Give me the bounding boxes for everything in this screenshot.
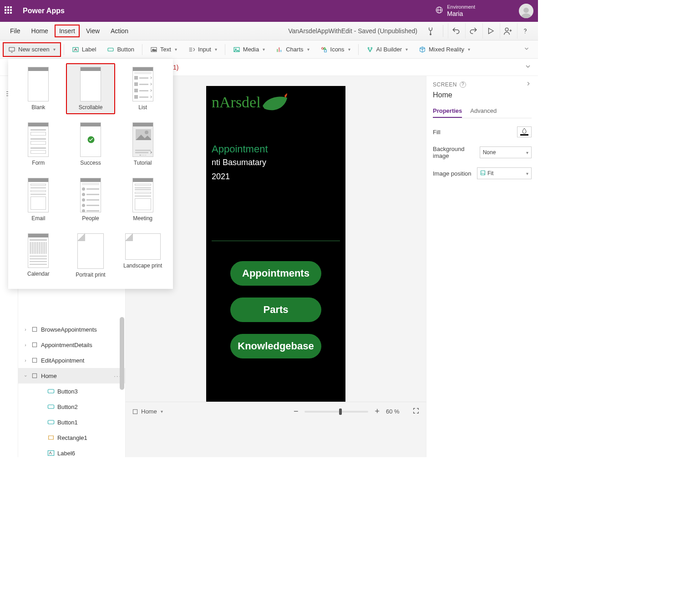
undo-icon[interactable] [448,23,463,39]
tree-item-browseappointments[interactable]: › BrowseAppointments [18,322,125,337]
redo-icon[interactable] [465,23,481,39]
chevron-down-icon: ▾ [348,47,350,52]
logo-text: nArsdel [212,94,261,111]
gallery-item-blank[interactable]: Blank [14,63,63,114]
charts-button[interactable]: Charts ▾ [271,43,314,56]
formula-expand-icon[interactable] [518,63,538,71]
app-checker-icon[interactable] [423,23,438,39]
tree-item-button1[interactable]: Button1 [18,414,125,430]
menu-insert[interactable]: Insert [55,25,80,37]
gallery-item-scrollable[interactable]: Scrollable [66,63,116,114]
gallery-item-people[interactable]: People [66,174,116,225]
environment-picker[interactable]: Environment Maria [435,4,475,18]
button-label: Button [117,46,134,53]
zoom-unit: % [394,408,400,415]
gallery-item-email[interactable]: Email [14,174,63,225]
menu-view[interactable]: View [81,25,104,37]
menu-action[interactable]: Action [106,25,133,37]
gallery-item-label: Tutorial [134,160,152,166]
screen-selector[interactable]: Home ▾ [132,408,163,415]
tree-item-button3[interactable]: Button3 [18,383,125,399]
waffle-icon[interactable] [5,6,14,15]
gallery-item-label: Form [32,160,45,166]
chevron-right-icon: › [23,343,28,348]
svg-rect-20 [32,358,36,362]
tree-item-rectangle1[interactable]: Rectangle1 [18,430,125,445]
ribbon-overflow[interactable] [518,43,535,56]
gallery-item-tutorial[interactable]: Tutorial [118,119,167,170]
chevron-right-icon[interactable] [525,81,532,88]
tree-item-editappointment[interactable]: › EditAppointment [18,353,125,368]
input-button[interactable]: Input ▾ [183,43,222,56]
next-appointment-title: Appointment [212,143,340,155]
chevron-down-icon: ▾ [307,47,309,52]
chevron-down-icon: ▾ [526,171,528,176]
zoom-in-icon[interactable]: + [375,407,380,416]
env-label: Environment [447,4,475,10]
tree-item-label: Home [41,373,57,379]
gallery-item-calendar[interactable]: Calendar [14,230,63,282]
phone-preview[interactable]: nArsdel Appointment nti Basumatary 2021 … [206,86,345,402]
fill-color-picker[interactable] [517,126,532,137]
zoom-out-icon[interactable]: − [294,407,299,416]
zoom-value: 60 [386,408,392,415]
mixed-reality-label: Mixed Reality [429,46,464,53]
icons-button[interactable]: Icons ▾ [315,43,355,56]
new-screen-button[interactable]: New screen ▾ [3,42,61,57]
gallery-item-list[interactable]: List [118,63,167,114]
media-button[interactable]: Media ▾ [228,43,270,56]
button-button[interactable]: Button [102,43,139,56]
gallery-item-meeting[interactable]: Meeting [118,174,167,225]
input-label: Input [198,46,211,53]
tree-item-label: Button3 [57,388,78,395]
info-icon[interactable]: ? [460,81,466,88]
mixed-reality-button[interactable]: Mixed Reality ▾ [414,43,475,56]
chevron-down-icon: ▾ [406,47,408,52]
tab-properties[interactable]: Properties [433,105,462,118]
chevron-down-icon: ▾ [263,47,265,52]
menu-home[interactable]: Home [27,25,53,37]
text-button[interactable]: Abc Text ▾ [145,43,182,56]
app-title: Power Apps [23,7,65,15]
prop-imgpos-label: Image position [433,170,472,177]
menu-file[interactable]: File [5,25,25,37]
svg-point-17 [369,50,370,52]
gallery-item-success[interactable]: Success [66,119,116,170]
bg-image-value: None [483,149,496,156]
canvas-bottombar: Home ▾ − + 60 % [126,402,426,421]
ai-builder-button[interactable]: AI Builder ▾ [361,43,413,56]
tree-scrollbar[interactable] [120,317,124,390]
gallery-item-form[interactable]: Form [14,119,63,170]
tree-item-appointmentdetails[interactable]: › AppointmentDetails [18,337,125,353]
play-icon[interactable] [482,23,498,39]
parts-button[interactable]: Parts [230,298,321,322]
label-button[interactable]: Label [67,43,101,56]
chevron-down-icon: ▾ [215,47,217,52]
icons-label: Icons [330,46,345,53]
screen-icon [31,372,38,379]
ai-builder-label: AI Builder [376,46,402,53]
svg-point-16 [371,47,372,49]
tab-advanced[interactable]: Advanced [470,105,497,118]
tree-item-home[interactable]: › Home ··· [18,368,125,383]
prop-fill-label: Fill [433,129,441,136]
chevron-right-icon: › [23,358,28,363]
image-position-select[interactable]: Fit ▾ [477,167,532,179]
tree-item-button2[interactable]: Button2 [18,399,125,414]
user-avatar[interactable] [519,4,533,18]
knowledgebase-button[interactable]: Knowledgebase [230,334,321,358]
fit-to-window-icon[interactable] [412,407,420,416]
gallery-item-landscape-print[interactable]: Landscape print [118,230,167,282]
tree-item-label: AppointmentDetails [41,342,92,348]
tree-item-label6[interactable]: Label6 [18,445,125,457]
gallery-item-portrait-print[interactable]: Portrait print [66,230,116,282]
share-icon[interactable] [500,23,515,39]
tree-item-label: BrowseAppointments [41,326,97,333]
svg-rect-27 [481,171,485,175]
help-icon[interactable] [517,23,533,39]
bg-image-select[interactable]: None ▾ [480,146,532,158]
appointments-button[interactable]: Appointments [230,261,321,286]
zoom-slider[interactable] [304,411,368,413]
charts-label: Charts [286,46,303,53]
properties-pane: SCREEN ? Home Properties Advanced Fill B… [426,76,538,457]
